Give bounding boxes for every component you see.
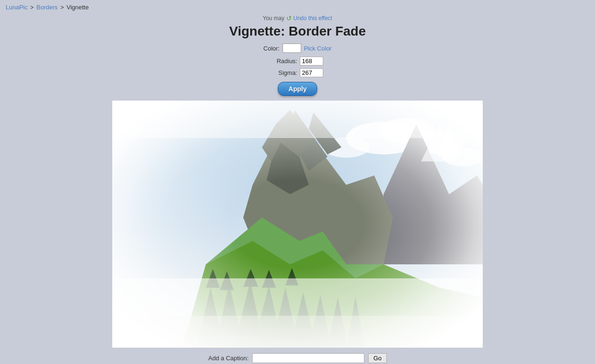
breadcrumb-site-link[interactable]: LunaPic (6, 4, 28, 11)
undo-icon: ↺ (286, 15, 292, 22)
sigma-input[interactable] (300, 68, 323, 77)
caption-label: Add a Caption: (208, 355, 248, 362)
color-label: Color: (263, 45, 280, 52)
breadcrumb-sep-1: > (30, 4, 36, 11)
apply-button[interactable]: Apply (278, 82, 318, 96)
sigma-label: Sigma: (271, 69, 297, 76)
breadcrumb: LunaPic > Borders > Vignette (0, 0, 595, 15)
radius-input[interactable] (300, 57, 323, 66)
radius-label: Radius: (271, 58, 297, 65)
color-swatch[interactable] (283, 44, 301, 53)
sigma-row: Sigma: (229, 68, 366, 77)
color-row: Color: Pick Color (229, 44, 366, 53)
mountain-svg (112, 101, 483, 348)
breadcrumb-section-link[interactable]: Borders (36, 4, 58, 11)
main-content: You may ↺ Undo this effect Vignette: Bor… (0, 15, 595, 364)
caption-input[interactable] (252, 353, 364, 363)
breadcrumb-current: Vignette (66, 4, 88, 11)
undo-label: Undo this effect (293, 15, 332, 22)
breadcrumb-sep-2: > (60, 4, 65, 11)
svg-rect-35 (112, 101, 483, 138)
caption-row: Add a Caption: Go (208, 353, 386, 363)
undo-line: You may ↺ Undo this effect (229, 15, 366, 22)
controls-area: You may ↺ Undo this effect Vignette: Bor… (229, 15, 366, 96)
undo-link[interactable]: ↺ Undo this effect (286, 15, 332, 22)
radius-row: Radius: (229, 57, 366, 66)
page-title: Vignette: Border Fade (229, 24, 366, 39)
mountain-scene (112, 101, 483, 348)
go-button[interactable]: Go (368, 353, 386, 363)
undo-prefix: You may (263, 15, 284, 22)
image-container (112, 101, 483, 348)
pick-color-link[interactable]: Pick Color (304, 45, 332, 52)
svg-rect-34 (112, 278, 483, 348)
